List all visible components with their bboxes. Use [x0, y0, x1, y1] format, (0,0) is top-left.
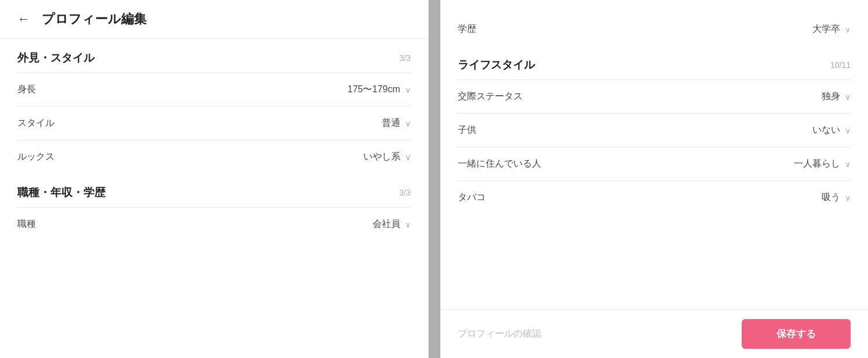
style-chevron-icon: ∨	[405, 119, 411, 128]
style-value: 普通	[382, 117, 400, 129]
tobacco-chevron-icon: ∨	[845, 193, 851, 202]
page-title: プロフィール編集	[42, 10, 147, 28]
save-bar: プロフィールの確認 保存する	[440, 309, 869, 358]
occupation-label: 職種	[17, 218, 36, 230]
looks-row[interactable]: ルックス いやし系 ∨	[17, 140, 411, 173]
education-label: 学歴	[458, 23, 476, 35]
height-row[interactable]: 身長 175〜179cm ∨	[17, 73, 411, 106]
style-row[interactable]: スタイル 普通 ∨	[17, 106, 411, 140]
tobacco-label: タバコ	[458, 191, 486, 204]
job-section: 職種・年収・学歴 3/3 職種 会社員 ∨	[0, 173, 428, 241]
height-label: 身長	[17, 84, 36, 96]
relationship-row[interactable]: 交際ステータス 独身 ∨	[458, 79, 851, 113]
job-count: 3/3	[399, 188, 410, 197]
education-value: 大学卒	[812, 23, 840, 35]
appearance-count: 3/3	[399, 53, 410, 63]
children-value-wrap: いない ∨	[812, 124, 851, 136]
appearance-title: 外見・スタイル	[17, 50, 94, 66]
profile-confirm-label: プロフィールの確認	[458, 328, 541, 340]
education-row[interactable]: 学歴 大学卒 ∨	[458, 12, 851, 46]
cohabitant-row[interactable]: 一緒に住んでいる人 一人暮らし ∨	[458, 147, 851, 180]
children-value: いない	[812, 124, 840, 136]
left-panel: ← プロフィール編集 外見・スタイル 3/3 身長 175〜179cm ∨ スタ…	[0, 0, 429, 358]
education-value-wrap: 大学卒 ∨	[812, 23, 851, 35]
occupation-chevron-icon: ∨	[405, 220, 411, 229]
lifestyle-count: 10/11	[830, 60, 851, 70]
lifestyle-section-header: ライフスタイル 10/11	[458, 57, 851, 79]
job-section-header: 職種・年収・学歴 3/3	[17, 185, 411, 207]
right-panel: 学歴 大学卒 ∨ ライフスタイル 10/11 交際ステータス 独身 ∨	[440, 0, 869, 358]
looks-chevron-icon: ∨	[405, 153, 411, 162]
relationship-value: 独身	[822, 91, 840, 103]
style-label: スタイル	[17, 117, 54, 129]
height-value-wrap: 175〜179cm ∨	[348, 84, 411, 96]
back-button[interactable]: ←	[17, 12, 30, 27]
tobacco-row[interactable]: タバコ 吸う ∨	[458, 180, 851, 214]
appearance-section-header: 外見・スタイル 3/3	[17, 50, 411, 73]
style-value-wrap: 普通 ∨	[382, 117, 411, 129]
relationship-chevron-icon: ∨	[845, 92, 851, 102]
children-row[interactable]: 子供 いない ∨	[458, 113, 851, 147]
looks-label: ルックス	[17, 151, 54, 163]
relationship-value-wrap: 独身 ∨	[822, 91, 851, 103]
looks-value-wrap: いやし系 ∨	[363, 151, 411, 163]
cohabitant-chevron-icon: ∨	[845, 160, 851, 169]
appearance-section: 外見・スタイル 3/3 身長 175〜179cm ∨ スタイル 普通 ∨ ルック…	[0, 39, 428, 173]
occupation-value-wrap: 会社員 ∨	[373, 218, 411, 230]
occupation-row[interactable]: 職種 会社員 ∨	[17, 207, 411, 241]
panel-gap	[429, 0, 440, 358]
looks-value: いやし系	[363, 151, 400, 163]
cohabitant-value-wrap: 一人暮らし ∨	[794, 158, 851, 170]
tobacco-value: 吸う	[822, 191, 840, 204]
occupation-value: 会社員	[373, 218, 400, 230]
job-title: 職種・年収・学歴	[17, 185, 105, 200]
children-label: 子供	[458, 124, 476, 136]
relationship-label: 交際ステータス	[458, 91, 523, 103]
save-button[interactable]: 保存する	[742, 319, 851, 349]
education-section: 学歴 大学卒 ∨	[440, 0, 869, 46]
tobacco-value-wrap: 吸う ∨	[822, 191, 851, 204]
height-value: 175〜179cm	[348, 84, 400, 96]
cohabitant-value: 一人暮らし	[794, 158, 840, 170]
children-chevron-icon: ∨	[845, 126, 851, 135]
lifestyle-section: ライフスタイル 10/11 交際ステータス 独身 ∨ 子供 いない ∨ 一緒に住…	[440, 46, 869, 214]
header: ← プロフィール編集	[0, 0, 428, 39]
education-chevron-icon: ∨	[845, 25, 851, 34]
lifestyle-title: ライフスタイル	[458, 57, 535, 73]
right-content: 学歴 大学卒 ∨ ライフスタイル 10/11 交際ステータス 独身 ∨	[440, 0, 869, 358]
cohabitant-label: 一緒に住んでいる人	[458, 158, 541, 170]
height-chevron-icon: ∨	[405, 85, 411, 95]
